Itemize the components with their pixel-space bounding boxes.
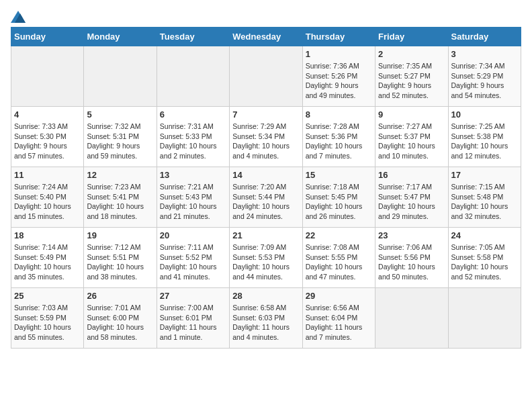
calendar-cell: [230, 46, 302, 107]
day-number: 7: [232, 109, 299, 120]
calendar-cell: 9Sunrise: 7:27 AM Sunset: 5:37 PM Daylig…: [375, 107, 448, 167]
day-number: 24: [451, 230, 518, 240]
day-number: 12: [87, 170, 153, 180]
day-number: 26: [87, 291, 153, 301]
calendar-cell: 24Sunrise: 7:05 AM Sunset: 5:58 PM Dayli…: [448, 228, 521, 288]
calendar-cell: 3Sunrise: 7:34 AM Sunset: 5:29 PM Daylig…: [448, 46, 521, 107]
day-number: 25: [14, 291, 81, 301]
day-number: 29: [306, 291, 372, 301]
day-info: Sunrise: 7:35 AM Sunset: 5:27 PM Dayligh…: [378, 61, 445, 101]
day-number: 19: [87, 230, 153, 240]
calendar-cell: 13Sunrise: 7:21 AM Sunset: 5:43 PM Dayli…: [157, 167, 229, 228]
day-info: Sunrise: 7:33 AM Sunset: 5:30 PM Dayligh…: [14, 122, 81, 161]
header-row: SundayMondayTuesdayWednesdayThursdayFrid…: [11, 28, 521, 46]
day-info: Sunrise: 7:08 AM Sunset: 5:55 PM Dayligh…: [306, 242, 372, 282]
day-info: Sunrise: 7:20 AM Sunset: 5:44 PM Dayligh…: [232, 182, 299, 222]
header-friday: Friday: [375, 28, 448, 46]
calendar-cell: [375, 288, 448, 349]
day-info: Sunrise: 7:00 AM Sunset: 6:01 PM Dayligh…: [160, 303, 226, 342]
calendar-cell: 23Sunrise: 7:06 AM Sunset: 5:56 PM Dayli…: [375, 228, 448, 288]
day-info: Sunrise: 7:34 AM Sunset: 5:29 PM Dayligh…: [451, 61, 518, 101]
calendar-cell: 5Sunrise: 7:32 AM Sunset: 5:31 PM Daylig…: [84, 107, 157, 167]
day-info: Sunrise: 7:24 AM Sunset: 5:40 PM Dayligh…: [14, 182, 81, 222]
calendar-cell: 17Sunrise: 7:15 AM Sunset: 5:48 PM Dayli…: [448, 167, 521, 228]
day-info: Sunrise: 7:06 AM Sunset: 5:56 PM Dayligh…: [378, 242, 445, 282]
day-info: Sunrise: 7:28 AM Sunset: 5:36 PM Dayligh…: [306, 122, 372, 161]
day-info: Sunrise: 7:17 AM Sunset: 5:47 PM Dayligh…: [378, 182, 445, 222]
calendar-cell: 7Sunrise: 7:29 AM Sunset: 5:34 PM Daylig…: [230, 107, 302, 167]
calendar-cell: 21Sunrise: 7:09 AM Sunset: 5:53 PM Dayli…: [230, 228, 302, 288]
calendar-cell: 6Sunrise: 7:31 AM Sunset: 5:33 PM Daylig…: [157, 107, 229, 167]
calendar-cell: [84, 46, 157, 107]
day-info: Sunrise: 6:58 AM Sunset: 6:03 PM Dayligh…: [232, 303, 299, 342]
calendar-cell: [448, 288, 521, 349]
week-row-1: 1Sunrise: 7:36 AM Sunset: 5:26 PM Daylig…: [11, 46, 521, 107]
header-thursday: Thursday: [302, 28, 375, 46]
logo: [11, 11, 26, 20]
header-tuesday: Tuesday: [157, 28, 229, 46]
day-number: 11: [14, 170, 81, 180]
calendar-cell: 14Sunrise: 7:20 AM Sunset: 5:44 PM Dayli…: [230, 167, 302, 228]
calendar-cell: 26Sunrise: 7:01 AM Sunset: 6:00 PM Dayli…: [84, 288, 157, 349]
day-number: 16: [378, 170, 445, 180]
calendar-cell: 10Sunrise: 7:25 AM Sunset: 5:38 PM Dayli…: [448, 107, 521, 167]
calendar-cell: [11, 46, 84, 107]
calendar-table: SundayMondayTuesdayWednesdayThursdayFrid…: [11, 27, 521, 349]
day-number: 8: [306, 109, 372, 120]
day-info: Sunrise: 7:27 AM Sunset: 5:37 PM Dayligh…: [378, 122, 445, 161]
calendar-cell: 2Sunrise: 7:35 AM Sunset: 5:27 PM Daylig…: [375, 46, 448, 107]
day-info: Sunrise: 7:31 AM Sunset: 5:33 PM Dayligh…: [160, 122, 226, 161]
calendar-cell: 28Sunrise: 6:58 AM Sunset: 6:03 PM Dayli…: [230, 288, 302, 349]
calendar-cell: 11Sunrise: 7:24 AM Sunset: 5:40 PM Dayli…: [11, 167, 84, 228]
day-number: 6: [160, 109, 226, 120]
day-number: 17: [451, 170, 518, 180]
day-info: Sunrise: 7:21 AM Sunset: 5:43 PM Dayligh…: [160, 182, 226, 222]
day-info: Sunrise: 7:01 AM Sunset: 6:00 PM Dayligh…: [87, 303, 153, 342]
page-header: [11, 11, 521, 20]
day-info: Sunrise: 7:36 AM Sunset: 5:26 PM Dayligh…: [306, 61, 372, 101]
day-number: 18: [14, 230, 81, 240]
day-number: 13: [160, 170, 226, 180]
week-row-4: 18Sunrise: 7:14 AM Sunset: 5:49 PM Dayli…: [11, 228, 521, 288]
day-number: 21: [232, 230, 299, 240]
calendar-cell: 29Sunrise: 6:56 AM Sunset: 6:04 PM Dayli…: [302, 288, 375, 349]
day-number: 10: [451, 109, 518, 120]
day-info: Sunrise: 7:23 AM Sunset: 5:41 PM Dayligh…: [87, 182, 153, 222]
day-info: Sunrise: 7:18 AM Sunset: 5:45 PM Dayligh…: [306, 182, 372, 222]
day-number: 2: [378, 49, 445, 59]
calendar-cell: 18Sunrise: 7:14 AM Sunset: 5:49 PM Dayli…: [11, 228, 84, 288]
calendar-cell: 15Sunrise: 7:18 AM Sunset: 5:45 PM Dayli…: [302, 167, 375, 228]
day-info: Sunrise: 6:56 AM Sunset: 6:04 PM Dayligh…: [306, 303, 372, 342]
calendar-cell: 27Sunrise: 7:00 AM Sunset: 6:01 PM Dayli…: [157, 288, 229, 349]
day-info: Sunrise: 7:14 AM Sunset: 5:49 PM Dayligh…: [14, 242, 81, 282]
day-number: 27: [160, 291, 226, 301]
day-number: 23: [378, 230, 445, 240]
day-info: Sunrise: 7:05 AM Sunset: 5:58 PM Dayligh…: [451, 242, 518, 282]
day-info: Sunrise: 7:03 AM Sunset: 5:59 PM Dayligh…: [14, 303, 81, 342]
calendar-cell: 12Sunrise: 7:23 AM Sunset: 5:41 PM Dayli…: [84, 167, 157, 228]
header-monday: Monday: [84, 28, 157, 46]
day-info: Sunrise: 7:15 AM Sunset: 5:48 PM Dayligh…: [451, 182, 518, 222]
calendar-cell: 25Sunrise: 7:03 AM Sunset: 5:59 PM Dayli…: [11, 288, 84, 349]
day-info: Sunrise: 7:29 AM Sunset: 5:34 PM Dayligh…: [232, 122, 299, 161]
day-number: 15: [306, 170, 372, 180]
week-row-3: 11Sunrise: 7:24 AM Sunset: 5:40 PM Dayli…: [11, 167, 521, 228]
day-info: Sunrise: 7:25 AM Sunset: 5:38 PM Dayligh…: [451, 122, 518, 161]
day-number: 4: [14, 109, 81, 120]
calendar-cell: 16Sunrise: 7:17 AM Sunset: 5:47 PM Dayli…: [375, 167, 448, 228]
header-sunday: Sunday: [11, 28, 84, 46]
day-number: 1: [306, 49, 372, 59]
calendar-cell: 19Sunrise: 7:12 AM Sunset: 5:51 PM Dayli…: [84, 228, 157, 288]
calendar-cell: 1Sunrise: 7:36 AM Sunset: 5:26 PM Daylig…: [302, 46, 375, 107]
day-number: 3: [451, 49, 518, 59]
day-number: 22: [306, 230, 372, 240]
day-number: 28: [232, 291, 299, 301]
calendar-cell: 20Sunrise: 7:11 AM Sunset: 5:52 PM Dayli…: [157, 228, 229, 288]
day-info: Sunrise: 7:09 AM Sunset: 5:53 PM Dayligh…: [232, 242, 299, 282]
header-saturday: Saturday: [448, 28, 521, 46]
day-number: 5: [87, 109, 153, 120]
day-number: 14: [232, 170, 299, 180]
week-row-2: 4Sunrise: 7:33 AM Sunset: 5:30 PM Daylig…: [11, 107, 521, 167]
calendar-cell: 22Sunrise: 7:08 AM Sunset: 5:55 PM Dayli…: [302, 228, 375, 288]
day-info: Sunrise: 7:11 AM Sunset: 5:52 PM Dayligh…: [160, 242, 226, 282]
